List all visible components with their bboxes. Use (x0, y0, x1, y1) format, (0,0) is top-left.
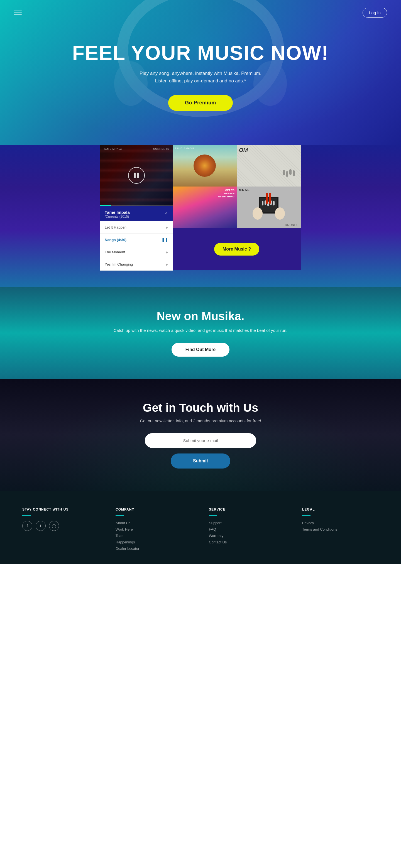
track-item[interactable]: Nangs (4:30) ❚❚ (100, 234, 173, 246)
more-music-button[interactable]: More Music ? (214, 243, 259, 255)
album-title: Tame Impala (105, 210, 130, 215)
om-art: OM (237, 145, 301, 187)
footer-link-happenings[interactable]: Happenings (116, 540, 192, 544)
footer-social-title: STAY CONNECT WITH US (22, 507, 99, 512)
contact-section: Get in Touch with Us Get out newsletter,… (0, 379, 401, 491)
chevron-up-icon[interactable]: ⌃ (164, 211, 168, 217)
album-grid-right: TAME SMASH. OM (173, 145, 301, 271)
footer-link-faq[interactable]: FAQ (209, 527, 285, 531)
pause-bar-right (137, 173, 139, 178)
svg-point-14 (253, 207, 263, 220)
atomic-label: TAME SMASH. (175, 147, 195, 150)
go-premium-button[interactable]: Go Premium (168, 95, 233, 111)
track-play-icon: ▶ (166, 262, 168, 267)
svg-rect-5 (289, 169, 291, 175)
new-on-musika-section: New on Musika. Catch up with the news, w… (0, 287, 401, 379)
footer-link-terms[interactable]: Terms and Conditions (302, 527, 379, 531)
album-info: Tame Impala /Currents (2015) ⌃ (100, 206, 173, 221)
track-name: The Moment (105, 250, 125, 254)
pause-bar-left (134, 173, 135, 178)
footer-service-col: SERVICE Support FAQ Warranty Contact Us (209, 507, 285, 553)
album-thumb-muse[interactable]: MUSE (237, 187, 301, 228)
navigation: Log In (0, 0, 401, 25)
muse-drones-label: DRONES (285, 223, 299, 227)
footer-link-dealer[interactable]: Dealer Locator (116, 547, 192, 551)
heaven-line3: EVERYTHING (218, 195, 235, 198)
album-thumb-heaven[interactable]: GET TO HEAVEN EVERYTHING (173, 187, 237, 228)
footer-legal-title: LEGAL (302, 507, 379, 512)
footer-link-about[interactable]: About Us (116, 521, 192, 525)
track-play-icon: ▶ (166, 225, 168, 229)
find-out-more-button[interactable]: Find Out More (172, 343, 229, 356)
hamburger-line-3 (14, 14, 22, 15)
footer-col-divider (302, 515, 310, 516)
svg-rect-4 (286, 171, 288, 177)
footer-service-title: SERVICE (209, 507, 285, 512)
album-cover-main: TAMEIMPALA CURRENTS (100, 145, 173, 206)
footer-social-links: f t ◯ (22, 521, 99, 531)
track-name: Yes I'm Changing (105, 262, 133, 267)
footer-link-contact[interactable]: Contact Us (209, 540, 285, 544)
hamburger-line-2 (14, 12, 22, 13)
svg-rect-17 (269, 193, 271, 204)
footer: STAY CONNECT WITH US f t ◯ COMPANY About… (0, 491, 401, 564)
heaven-art: GET TO HEAVEN EVERYTHING (173, 187, 237, 228)
submit-button[interactable]: Submit (171, 454, 230, 468)
heaven-label: GET TO HEAVEN EVERYTHING (218, 189, 235, 198)
track-name: Let It Happen (105, 225, 126, 229)
hamburger-menu[interactable] (14, 10, 22, 15)
hero-content: FEEL YOUR MUSIC NOW! Play any song, anyw… (61, 42, 340, 111)
om-logo: OM (239, 147, 248, 153)
atomic-art: TAME SMASH. (173, 145, 237, 187)
new-section-subtitle: Catch up with the news, watch a quick vi… (114, 328, 288, 333)
atomic-circle (193, 155, 216, 177)
contact-title: Get in Touch with Us (143, 401, 258, 414)
svg-rect-16 (266, 193, 268, 204)
heaven-line2: HEAVEN (218, 192, 235, 195)
muse-illustration (251, 193, 287, 226)
facebook-icon[interactable]: f (22, 521, 32, 531)
pause-button[interactable] (128, 167, 145, 184)
svg-rect-9 (262, 201, 264, 206)
footer-company-col: COMPANY About Us Work Here Team Happenin… (116, 507, 192, 553)
email-input[interactable] (145, 433, 256, 448)
footer-col-divider (116, 515, 124, 516)
track-name-active: Nangs (4:30) (105, 238, 126, 242)
footer-legal-col: LEGAL Privacy Terms and Conditions (302, 507, 379, 553)
muse-label: MUSE (239, 188, 250, 191)
track-list: Let It Happen ▶ Nangs (4:30) ❚❚ The Mome… (100, 221, 173, 271)
svg-point-15 (275, 207, 285, 220)
svg-rect-13 (273, 201, 275, 206)
footer-link-work[interactable]: Work Here (116, 527, 192, 531)
login-button[interactable]: Log In (363, 8, 387, 18)
pause-icon (134, 173, 139, 178)
muse-art: MUSE (237, 187, 301, 228)
player-panel: TAMEIMPALA CURRENTS Tame Impala (100, 145, 173, 271)
hero-title: FEEL YOUR MUSIC NOW! (72, 42, 329, 64)
progress-bar[interactable] (100, 205, 173, 206)
heaven-line1: GET TO (218, 189, 235, 192)
footer-company-title: COMPANY (116, 507, 192, 512)
contact-subtitle: Get out newsletter, info, and 2 months p… (140, 418, 261, 423)
album-thumb-atomic[interactable]: TAME SMASH. (173, 145, 237, 187)
track-pause-icon: ❚❚ (161, 238, 168, 242)
footer-link-support[interactable]: Support (209, 521, 285, 525)
new-section-title: New on Musika. (156, 310, 244, 323)
om-figures (281, 167, 298, 184)
music-section: TAMEIMPALA CURRENTS Tame Impala (0, 145, 401, 287)
track-item[interactable]: The Moment ▶ (100, 246, 173, 258)
footer-link-warranty[interactable]: Warranty (209, 534, 285, 538)
album-label-top: TAMEIMPALA (103, 148, 122, 150)
footer-link-team[interactable]: Team (116, 534, 192, 538)
track-item[interactable]: Let It Happen ▶ (100, 221, 173, 234)
progress-fill (100, 205, 111, 206)
footer-link-privacy[interactable]: Privacy (302, 521, 379, 525)
svg-rect-6 (293, 170, 295, 176)
instagram-icon[interactable]: ◯ (49, 521, 59, 531)
twitter-icon[interactable]: t (36, 521, 46, 531)
album-thumb-om[interactable]: OM (237, 145, 301, 187)
footer-col-divider (22, 515, 31, 516)
music-grid: TAMEIMPALA CURRENTS Tame Impala (100, 145, 301, 271)
footer-social-col: STAY CONNECT WITH US f t ◯ (22, 507, 99, 553)
track-item[interactable]: Yes I'm Changing ▶ (100, 258, 173, 271)
